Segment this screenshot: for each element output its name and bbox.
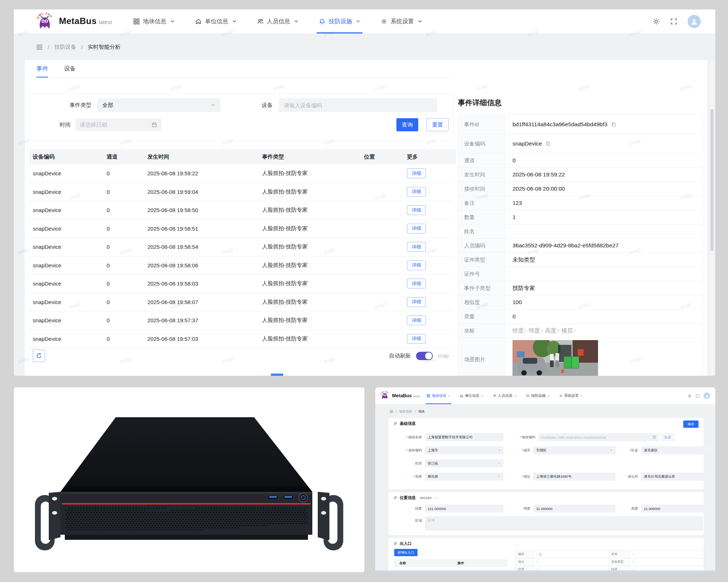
area-textarea[interactable] bbox=[425, 516, 703, 531]
gear-icon bbox=[559, 394, 563, 398]
detail-row: 设备编码snapDevice bbox=[458, 134, 704, 154]
copy-icon[interactable] bbox=[546, 141, 551, 146]
breadcrumb-separator: / bbox=[81, 44, 83, 50]
theme-toggle-icon[interactable] bbox=[653, 18, 660, 25]
nav-item-system-settings[interactable]: 系统设置 bbox=[554, 387, 587, 404]
breadcrumb-security-equipment[interactable]: 技防设备 bbox=[54, 44, 76, 51]
gate-detail-grid: 编码 - 名称 - 地址 - 坐标类型 - 经度 - 纬度 - 高度 - 区域 … bbox=[515, 550, 705, 572]
table-row[interactable]: snapDevice02025-06-08 19:58:50人脸抓拍-技防专家详… bbox=[29, 201, 452, 220]
grid-icon[interactable] bbox=[36, 44, 43, 50]
nav-item-plot-info[interactable]: 地块信息 bbox=[422, 387, 455, 404]
detail-button[interactable]: 详细 bbox=[407, 187, 426, 197]
refresh-button[interactable] bbox=[33, 350, 45, 362]
plot-name-label: *地块名称 bbox=[394, 435, 422, 440]
detail-button[interactable]: 详细 bbox=[407, 242, 426, 252]
people-icon bbox=[257, 18, 264, 25]
city-select[interactable]: 市辖区 bbox=[533, 446, 616, 454]
table-row[interactable]: snapDevice02025-06-08 19:58:07人脸抓拍-技防专家详… bbox=[29, 293, 452, 312]
event-detail-table: 事件idbd1ff43114a84c3a96e5dad54bd49bf3 设备编… bbox=[458, 115, 704, 376]
metabus-plot-form-window: MetaBuslatest 地块信息 单位信息 人员信息 技防设施 系统设置 /… bbox=[375, 387, 715, 572]
location-info-card: 位置信息 WGS84 经度 121.000000 纬度 31.000000 高度… bbox=[388, 492, 704, 535]
nav-item-person-info[interactable]: 人员信息 bbox=[488, 387, 521, 404]
scrollbar-thumb[interactable] bbox=[711, 109, 713, 251]
required-marker: * bbox=[522, 448, 523, 452]
add-gate-button[interactable]: 新增出入口 bbox=[394, 549, 418, 556]
avatar[interactable] bbox=[688, 15, 701, 28]
fullscreen-icon[interactable] bbox=[696, 394, 700, 398]
detail-button[interactable]: 详细 bbox=[407, 168, 426, 178]
longitude-input[interactable]: 121.000000 bbox=[425, 505, 503, 513]
basic-info-header: 基础信息 bbox=[393, 421, 416, 426]
grid-icon[interactable] bbox=[390, 410, 393, 413]
copy-icon[interactable] bbox=[653, 435, 656, 439]
detail-button[interactable]: 详细 bbox=[407, 279, 426, 288]
detail-button[interactable]: 详细 bbox=[407, 297, 426, 307]
screenshot-canvas: MetaBuslatest 地块信息 单位信息 人员信息 技防设施 系统设置 /… bbox=[0, 0, 728, 582]
avatar[interactable] bbox=[704, 392, 710, 399]
mini-nav-menu: 地块信息 单位信息 人员信息 技防设施 系统设置 bbox=[422, 387, 587, 404]
nav-item-plot-info[interactable]: 地块信息 bbox=[123, 9, 185, 33]
nav-item-unit-info[interactable]: 单位信息 bbox=[455, 387, 488, 404]
address-label: *地址 bbox=[513, 474, 530, 479]
table-row[interactable]: snapDevice02025-06-08 19:58:06人脸抓拍-技防专家详… bbox=[29, 256, 452, 275]
tab-divider bbox=[29, 77, 452, 78]
table-row[interactable]: snapDevice02025-06-08 19:58:03人脸抓拍-技防专家详… bbox=[29, 275, 452, 293]
table-row[interactable]: snapDevice02025-06-08 19:57:37人脸抓拍-技防专家详… bbox=[29, 311, 452, 330]
rack-server-image bbox=[14, 387, 364, 572]
device-code-input[interactable] bbox=[279, 98, 437, 112]
nav-item-person-info[interactable]: 人员信息 bbox=[247, 9, 309, 33]
breadcrumb-plot-info[interactable]: 地块信息 bbox=[399, 409, 412, 414]
home-icon bbox=[460, 394, 463, 398]
bell-icon bbox=[319, 18, 325, 25]
nav-item-security-facility[interactable]: 技防设施 bbox=[309, 9, 371, 33]
auto-refresh-label: 自动刷新 bbox=[389, 352, 411, 359]
col-action: 操作 bbox=[458, 561, 464, 566]
table-row[interactable]: snapDevice02025-06-08 19:58:54人脸抓拍-技防专家详… bbox=[29, 238, 452, 256]
nav-item-unit-info[interactable]: 单位信息 bbox=[185, 9, 247, 33]
detail-button[interactable]: 详细 bbox=[407, 334, 426, 344]
detail-row: 事件子类型技防专家 bbox=[458, 281, 704, 295]
required-marker: * bbox=[406, 435, 408, 439]
copy-icon[interactable] bbox=[611, 122, 616, 127]
district-select[interactable]: 浦东新区 bbox=[641, 446, 715, 454]
search-button[interactable]: 查询 bbox=[396, 118, 418, 131]
table-row[interactable]: snapDevice02025-06-08 19:58:51人脸抓拍-技防专家详… bbox=[29, 220, 452, 238]
scene-photo[interactable] bbox=[513, 340, 598, 376]
area-label: 区域 bbox=[394, 518, 422, 523]
road-label: *道路 bbox=[394, 474, 422, 479]
coord-system-select[interactable]: WGS84 bbox=[420, 496, 432, 500]
detail-button[interactable]: 详细 bbox=[407, 260, 426, 270]
plot-code-input[interactable]: 4ce06a5e-1bf5-4096-9046-24aa8032959e bbox=[538, 433, 659, 441]
fullscreen-icon[interactable] bbox=[670, 18, 677, 25]
street-select[interactable]: 张江镇 bbox=[425, 459, 503, 467]
save-button[interactable]: 保存 bbox=[683, 420, 699, 428]
copy-icon[interactable] bbox=[539, 553, 542, 556]
altitude-input[interactable]: 21.000000 bbox=[641, 505, 715, 513]
police-station-select[interactable]: 浦东分局北蔡派出所 bbox=[641, 473, 715, 481]
detail-button[interactable]: 详细 bbox=[407, 205, 426, 215]
nav-item-security-facility[interactable]: 技防设施 bbox=[521, 387, 554, 404]
table-row[interactable]: snapDevice02025-06-08 19:59:04人脸抓拍-技防专家详… bbox=[29, 183, 452, 202]
reset-button[interactable]: 重置 bbox=[426, 118, 449, 131]
generate-button[interactable]: 生成 bbox=[661, 433, 674, 441]
chevron-down-icon bbox=[448, 395, 450, 397]
auto-refresh-toggle[interactable] bbox=[416, 352, 433, 360]
detail-button[interactable]: 详细 bbox=[407, 315, 426, 325]
road-select[interactable]: 蔡伦路 bbox=[425, 473, 503, 481]
plot-name-input[interactable]: 上海智慧普数字技术有限公司 bbox=[425, 433, 503, 441]
people-icon bbox=[493, 394, 496, 398]
event-detail-title: 事件详细信息 bbox=[458, 98, 502, 108]
chevron-down-icon bbox=[170, 19, 175, 24]
province-select[interactable]: 上海市 bbox=[425, 446, 503, 454]
latitude-input[interactable]: 31.000000 bbox=[533, 505, 616, 513]
nav-item-system-settings[interactable]: 系统设置 bbox=[371, 9, 432, 33]
table-row[interactable]: snapDevice02025-06-08 19:59:22人脸抓拍-技防专家详… bbox=[29, 164, 452, 183]
tab-devices[interactable]: 设备 bbox=[64, 60, 76, 77]
tab-events[interactable]: 事件 bbox=[36, 60, 48, 77]
col-occurred-time: 发生时间 bbox=[147, 154, 262, 160]
date-picker[interactable]: 请选择日期 bbox=[75, 119, 162, 131]
theme-toggle-icon[interactable] bbox=[688, 394, 692, 398]
address-input[interactable]: 上海张江蔡伦路1690号 bbox=[533, 473, 616, 481]
detail-button[interactable]: 详细 bbox=[407, 224, 426, 234]
event-type-select[interactable]: 全部 bbox=[97, 98, 220, 112]
